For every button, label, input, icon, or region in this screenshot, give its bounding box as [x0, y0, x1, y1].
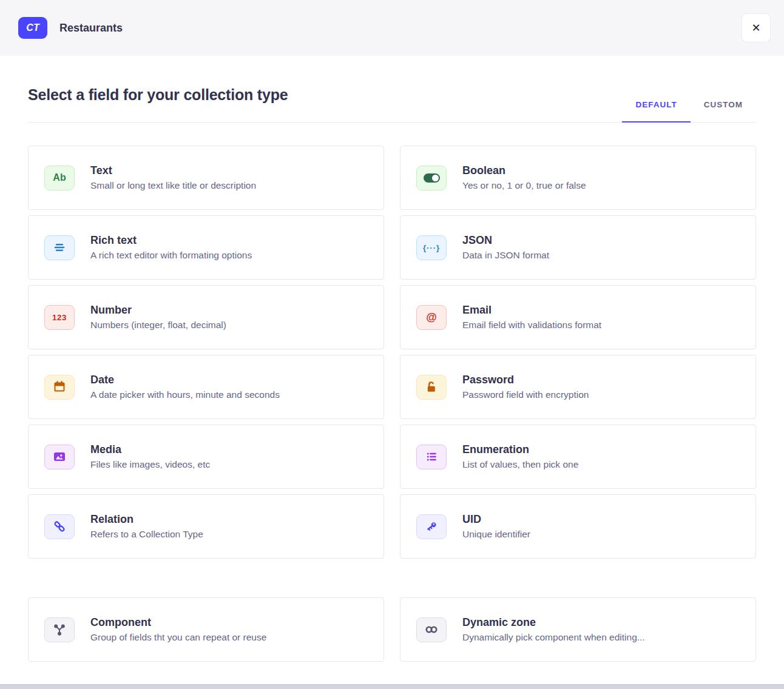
- key-icon: [416, 514, 447, 539]
- toggle-icon: [416, 166, 447, 190]
- field-name: Media: [90, 443, 210, 456]
- title-tabs-bar: Select a field for your collection type …: [28, 56, 756, 123]
- field-card-uid[interactable]: UID Unique identifier: [400, 494, 756, 559]
- field-card-boolean[interactable]: Boolean Yes or no, 1 or 0, true or false: [400, 146, 756, 210]
- tab-default[interactable]: DEFAULT: [622, 100, 690, 123]
- field-description: Refers to a Collection Type: [90, 529, 203, 540]
- ab-letters-icon: Ab: [44, 166, 75, 190]
- field-card-enumeration[interactable]: Enumeration List of values, then pick on…: [400, 425, 756, 489]
- field-description: Files like images, videos, etc: [90, 459, 210, 470]
- field-name: Relation: [90, 513, 203, 526]
- field-name: Number: [90, 304, 226, 317]
- modal-body: Select a field for your collection type …: [0, 56, 784, 662]
- field-name: Rich text: [90, 234, 252, 247]
- field-description: Email field with validations format: [462, 320, 601, 331]
- field-description: Unique identifier: [462, 529, 530, 540]
- field-card-media[interactable]: Media Files like images, videos, etc: [28, 425, 384, 489]
- modal-header: CT Restaurants ✕: [0, 0, 784, 56]
- page-title: Select a field for your collection type: [28, 86, 288, 104]
- field-card-relation[interactable]: Relation Refers to a Collection Type: [28, 494, 384, 559]
- field-card-dynamiczone[interactable]: Dynamic zone Dynamically pick component …: [400, 597, 756, 662]
- field-card-component[interactable]: Component Group of fields tht you can re…: [28, 597, 384, 662]
- field-card-password[interactable]: Password Password field with encryption: [400, 355, 756, 419]
- one-two-three-icon: 123: [44, 305, 75, 330]
- field-name: Date: [90, 374, 280, 386]
- picture-icon: [44, 445, 75, 469]
- field-name: Email: [462, 304, 601, 317]
- field-name: Component: [90, 616, 266, 629]
- chain-link-icon: [44, 514, 75, 539]
- curly-braces-icon: {···}: [416, 235, 447, 260]
- field-name: Password: [462, 374, 589, 386]
- field-name: JSON: [462, 234, 549, 247]
- field-description: Dynamically pick component when editing.…: [462, 632, 645, 643]
- field-description: Numbers (integer, float, decimal): [90, 320, 226, 331]
- collection-name: Restaurants: [59, 22, 123, 35]
- bullet-list-icon: [416, 445, 447, 469]
- field-name: UID: [462, 513, 530, 526]
- field-type-grid: Ab Text Small or long text like title or…: [28, 146, 756, 559]
- text-lines-icon: [44, 235, 75, 260]
- close-icon: ✕: [751, 21, 760, 35]
- field-name: Boolean: [462, 164, 586, 177]
- tab-custom[interactable]: CUSTOM: [691, 100, 756, 122]
- field-card-text[interactable]: Ab Text Small or long text like title or…: [28, 146, 384, 210]
- field-card-number[interactable]: 123 Number Numbers (integer, float, deci…: [28, 285, 384, 349]
- close-button[interactable]: ✕: [742, 13, 771, 42]
- field-description: Password field with encryption: [462, 389, 589, 400]
- nodes-icon: [44, 617, 75, 642]
- collection-type-badge-label: CT: [26, 22, 39, 33]
- field-description: A rich text editor with formating option…: [90, 250, 252, 261]
- calendar-icon: [44, 375, 75, 400]
- tabs: DEFAULT CUSTOM: [622, 100, 756, 122]
- advanced-field-grid: Component Group of fields tht you can re…: [28, 597, 756, 662]
- field-description: Data in JSON format: [462, 250, 549, 261]
- field-name: Text: [90, 164, 256, 177]
- at-sign-icon: @: [416, 305, 447, 330]
- field-card-email[interactable]: @ Email Email field with validations for…: [400, 285, 756, 349]
- padlock-icon: [416, 375, 447, 400]
- footer-divider: [0, 684, 784, 689]
- field-description: Small or long text like title or descrip…: [90, 180, 256, 191]
- field-card-json[interactable]: {···} JSON Data in JSON format: [400, 215, 756, 280]
- field-name: Enumeration: [462, 443, 578, 456]
- field-name: Dynamic zone: [462, 616, 645, 629]
- field-description: Yes or no, 1 or 0, true or false: [462, 180, 586, 191]
- field-card-richtext[interactable]: Rich text A rich text editor with format…: [28, 215, 384, 280]
- field-description: Group of fields tht you can repeat or re…: [90, 632, 266, 643]
- collection-type-badge: CT: [18, 17, 47, 39]
- field-description: List of values, then pick one: [462, 459, 578, 470]
- field-card-date[interactable]: Date A date picker with hours, minute an…: [28, 355, 384, 419]
- field-description: A date picker with hours, minute and sec…: [90, 389, 280, 400]
- infinity-icon: [416, 617, 447, 642]
